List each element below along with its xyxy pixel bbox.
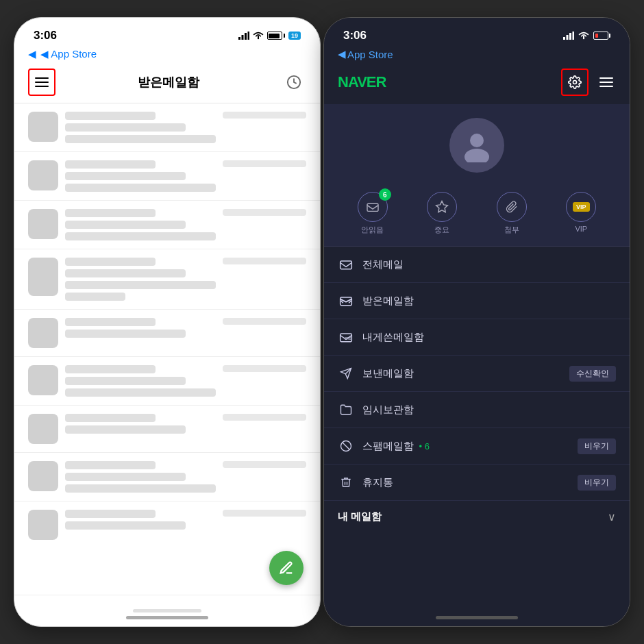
quick-icon-attachment[interactable]: 첨부 bbox=[497, 192, 527, 235]
svg-point-13 bbox=[465, 149, 489, 162]
unread-label: 안읽음 bbox=[361, 225, 384, 235]
mail-sender bbox=[65, 318, 156, 326]
right-signal-icon bbox=[563, 32, 574, 40]
sent-action-button[interactable]: 수신확인 bbox=[569, 366, 616, 382]
mail-item[interactable] bbox=[14, 310, 320, 357]
battery-icon bbox=[267, 32, 285, 40]
mail-sender bbox=[65, 414, 156, 422]
attachment-label: 첨부 bbox=[504, 225, 519, 235]
mail-subject bbox=[65, 269, 186, 277]
mail-date bbox=[223, 414, 306, 421]
sent-to-me-icon: me bbox=[338, 329, 354, 345]
unread-badge: 6 bbox=[379, 188, 391, 201]
mail-sender bbox=[65, 160, 156, 169]
right-status-icons bbox=[563, 32, 610, 40]
menu-item-all-mail[interactable]: 전체메일 bbox=[324, 247, 630, 283]
menu-item-inbox[interactable]: 받은메일함 bbox=[324, 283, 630, 319]
my-mailbox-chevron-icon: ∨ bbox=[608, 510, 616, 523]
mail-date bbox=[223, 510, 306, 517]
my-mailbox-section[interactable]: 내 메일함 ∨ bbox=[324, 501, 630, 533]
quick-icon-important[interactable]: 중요 bbox=[427, 192, 457, 235]
mail-content bbox=[65, 461, 216, 493]
trash-label: 휴지통 bbox=[362, 476, 569, 489]
drafts-label: 임시보관함 bbox=[362, 404, 616, 417]
mail-date bbox=[223, 365, 306, 372]
mail-content bbox=[65, 258, 216, 301]
svg-rect-9 bbox=[573, 32, 575, 40]
quick-icon-unread[interactable]: 6 안읽음 bbox=[358, 192, 388, 235]
vip-label: VIP bbox=[575, 225, 587, 233]
svg-rect-6 bbox=[563, 37, 565, 40]
mail-item[interactable] bbox=[14, 406, 320, 453]
menu-item-trash[interactable]: 휴지통 비우기 bbox=[324, 465, 630, 501]
sent-label: 보낸메일함 bbox=[362, 367, 561, 380]
mail-subject bbox=[65, 172, 186, 180]
signal-icon bbox=[238, 32, 249, 40]
inbox-label: 받은메일함 bbox=[362, 295, 616, 308]
settings-button[interactable] bbox=[561, 69, 589, 96]
mail-item[interactable] bbox=[14, 501, 320, 595]
mail-date bbox=[223, 258, 306, 264]
right-nav-bar: NAVER bbox=[324, 63, 630, 104]
mail-item[interactable] bbox=[14, 103, 320, 152]
naver-logo: NAVER bbox=[338, 73, 386, 91]
quick-icon-vip[interactable]: VIP VIP bbox=[566, 192, 596, 235]
compose-icon bbox=[279, 560, 294, 575]
svg-rect-2 bbox=[245, 33, 247, 40]
mail-preview2 bbox=[65, 293, 125, 301]
mail-avatar bbox=[28, 258, 58, 296]
mail-preview bbox=[65, 388, 216, 397]
vip-icon-circle: VIP bbox=[566, 192, 596, 222]
menu-item-sent-to-me[interactable]: me 내게쓴메일함 bbox=[324, 319, 630, 356]
battery-percent: 19 bbox=[288, 32, 301, 40]
right-hamburger-button[interactable] bbox=[597, 75, 616, 90]
mail-date bbox=[223, 318, 306, 325]
home-indicator-left bbox=[126, 616, 208, 619]
hamburger-button[interactable] bbox=[28, 69, 55, 96]
left-back-row[interactable]: ◀ ◀ App Store bbox=[14, 48, 320, 64]
mail-subject bbox=[65, 521, 186, 530]
svg-point-12 bbox=[470, 134, 484, 147]
menu-item-sent[interactable]: 보낸메일함 수신확인 bbox=[324, 356, 630, 392]
mail-content bbox=[65, 112, 216, 143]
quick-icons-bar: 6 안읽음 중요 bbox=[324, 184, 630, 247]
mail-avatar bbox=[28, 209, 58, 239]
phone-left: 3:06 bbox=[14, 17, 321, 627]
svg-marker-15 bbox=[436, 201, 448, 212]
menu-item-drafts[interactable]: 임시보관함 bbox=[324, 392, 630, 428]
menu-item-spam[interactable]: 스팸메일함 • 6 비우기 bbox=[324, 428, 630, 465]
mail-avatar bbox=[28, 160, 58, 190]
spam-label: 스팸메일함 • 6 bbox=[362, 440, 569, 453]
drafts-icon bbox=[338, 401, 354, 418]
left-status-icons: 19 bbox=[238, 32, 301, 40]
mail-item[interactable] bbox=[14, 152, 320, 201]
mail-preview bbox=[65, 484, 216, 493]
left-nav-bar: 받은메일함 bbox=[14, 64, 320, 103]
svg-point-11 bbox=[573, 81, 577, 84]
scroll-indicator bbox=[133, 609, 201, 612]
right-back-row[interactable]: ◀ App Store bbox=[324, 48, 630, 63]
mail-subject bbox=[65, 123, 186, 132]
mail-item[interactable] bbox=[14, 201, 320, 249]
right-status-bar: 3:06 bbox=[324, 18, 630, 48]
mail-item[interactable] bbox=[14, 249, 320, 310]
compose-button[interactable] bbox=[269, 551, 304, 585]
mail-item[interactable] bbox=[14, 357, 320, 406]
right-wifi-icon bbox=[578, 32, 589, 40]
mail-sender bbox=[65, 112, 156, 120]
mail-avatar bbox=[28, 510, 58, 540]
mailbox-title: 받은메일함 bbox=[138, 74, 199, 90]
spam-empty-button[interactable]: 비우기 bbox=[578, 438, 616, 454]
hamburger-lines-icon bbox=[599, 77, 613, 87]
profile-section bbox=[324, 104, 630, 184]
important-label: 중요 bbox=[434, 225, 449, 235]
wifi-icon bbox=[253, 32, 264, 40]
clock-button[interactable] bbox=[282, 70, 306, 95]
important-icon-circle bbox=[427, 192, 457, 222]
profile-avatar[interactable] bbox=[449, 118, 504, 173]
home-indicator-right bbox=[436, 616, 518, 619]
mail-date bbox=[223, 112, 306, 119]
hamburger-icon bbox=[35, 77, 49, 87]
trash-empty-button[interactable]: 비우기 bbox=[578, 475, 616, 491]
mail-item[interactable] bbox=[14, 453, 320, 501]
